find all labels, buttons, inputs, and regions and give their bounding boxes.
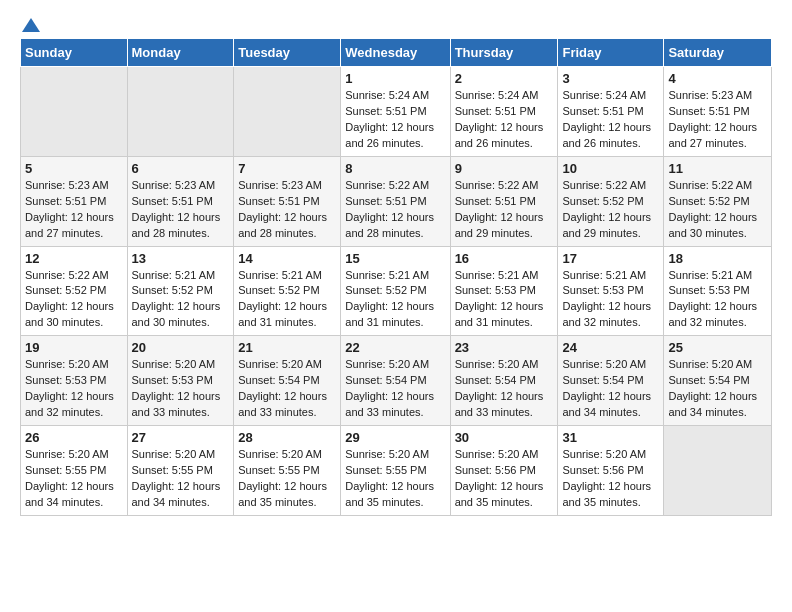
day-info: Sunrise: 5:21 AM Sunset: 5:52 PM Dayligh… (238, 268, 336, 332)
col-header-wednesday: Wednesday (341, 39, 450, 67)
day-info: Sunrise: 5:23 AM Sunset: 5:51 PM Dayligh… (25, 178, 123, 242)
calendar-cell: 5Sunrise: 5:23 AM Sunset: 5:51 PM Daylig… (21, 156, 128, 246)
calendar-cell: 20Sunrise: 5:20 AM Sunset: 5:53 PM Dayli… (127, 336, 234, 426)
day-info: Sunrise: 5:23 AM Sunset: 5:51 PM Dayligh… (132, 178, 230, 242)
calendar-cell (664, 426, 772, 516)
day-info: Sunrise: 5:22 AM Sunset: 5:52 PM Dayligh… (668, 178, 767, 242)
day-info: Sunrise: 5:21 AM Sunset: 5:52 PM Dayligh… (132, 268, 230, 332)
calendar-cell: 11Sunrise: 5:22 AM Sunset: 5:52 PM Dayli… (664, 156, 772, 246)
calendar-cell: 31Sunrise: 5:20 AM Sunset: 5:56 PM Dayli… (558, 426, 664, 516)
header-row: SundayMondayTuesdayWednesdayThursdayFrid… (21, 39, 772, 67)
page: SundayMondayTuesdayWednesdayThursdayFrid… (0, 0, 792, 532)
week-row-4: 26Sunrise: 5:20 AM Sunset: 5:55 PM Dayli… (21, 426, 772, 516)
week-row-1: 5Sunrise: 5:23 AM Sunset: 5:51 PM Daylig… (21, 156, 772, 246)
calendar-cell (127, 67, 234, 157)
day-info: Sunrise: 5:20 AM Sunset: 5:53 PM Dayligh… (25, 357, 123, 421)
day-info: Sunrise: 5:22 AM Sunset: 5:51 PM Dayligh… (455, 178, 554, 242)
day-info: Sunrise: 5:23 AM Sunset: 5:51 PM Dayligh… (668, 88, 767, 152)
day-number: 16 (455, 251, 554, 266)
calendar-cell: 23Sunrise: 5:20 AM Sunset: 5:54 PM Dayli… (450, 336, 558, 426)
day-number: 27 (132, 430, 230, 445)
calendar-cell: 9Sunrise: 5:22 AM Sunset: 5:51 PM Daylig… (450, 156, 558, 246)
calendar-cell: 8Sunrise: 5:22 AM Sunset: 5:51 PM Daylig… (341, 156, 450, 246)
day-number: 19 (25, 340, 123, 355)
day-info: Sunrise: 5:20 AM Sunset: 5:55 PM Dayligh… (238, 447, 336, 511)
day-info: Sunrise: 5:20 AM Sunset: 5:54 PM Dayligh… (238, 357, 336, 421)
day-number: 5 (25, 161, 123, 176)
day-info: Sunrise: 5:20 AM Sunset: 5:54 PM Dayligh… (562, 357, 659, 421)
day-info: Sunrise: 5:22 AM Sunset: 5:51 PM Dayligh… (345, 178, 445, 242)
day-number: 24 (562, 340, 659, 355)
calendar-cell: 3Sunrise: 5:24 AM Sunset: 5:51 PM Daylig… (558, 67, 664, 157)
calendar-cell: 30Sunrise: 5:20 AM Sunset: 5:56 PM Dayli… (450, 426, 558, 516)
day-info: Sunrise: 5:21 AM Sunset: 5:52 PM Dayligh… (345, 268, 445, 332)
col-header-tuesday: Tuesday (234, 39, 341, 67)
calendar-cell: 29Sunrise: 5:20 AM Sunset: 5:55 PM Dayli… (341, 426, 450, 516)
calendar-cell: 10Sunrise: 5:22 AM Sunset: 5:52 PM Dayli… (558, 156, 664, 246)
calendar-cell: 2Sunrise: 5:24 AM Sunset: 5:51 PM Daylig… (450, 67, 558, 157)
day-number: 12 (25, 251, 123, 266)
svg-marker-0 (22, 18, 40, 32)
calendar-cell (234, 67, 341, 157)
calendar-cell: 6Sunrise: 5:23 AM Sunset: 5:51 PM Daylig… (127, 156, 234, 246)
day-number: 25 (668, 340, 767, 355)
day-number: 14 (238, 251, 336, 266)
day-number: 13 (132, 251, 230, 266)
day-number: 26 (25, 430, 123, 445)
day-info: Sunrise: 5:22 AM Sunset: 5:52 PM Dayligh… (562, 178, 659, 242)
day-info: Sunrise: 5:23 AM Sunset: 5:51 PM Dayligh… (238, 178, 336, 242)
day-info: Sunrise: 5:24 AM Sunset: 5:51 PM Dayligh… (345, 88, 445, 152)
calendar-cell: 26Sunrise: 5:20 AM Sunset: 5:55 PM Dayli… (21, 426, 128, 516)
col-header-sunday: Sunday (21, 39, 128, 67)
day-number: 3 (562, 71, 659, 86)
calendar-cell: 27Sunrise: 5:20 AM Sunset: 5:55 PM Dayli… (127, 426, 234, 516)
day-info: Sunrise: 5:21 AM Sunset: 5:53 PM Dayligh… (455, 268, 554, 332)
calendar-cell: 19Sunrise: 5:20 AM Sunset: 5:53 PM Dayli… (21, 336, 128, 426)
day-info: Sunrise: 5:20 AM Sunset: 5:53 PM Dayligh… (132, 357, 230, 421)
day-number: 10 (562, 161, 659, 176)
day-info: Sunrise: 5:20 AM Sunset: 5:55 PM Dayligh… (345, 447, 445, 511)
calendar-cell: 7Sunrise: 5:23 AM Sunset: 5:51 PM Daylig… (234, 156, 341, 246)
day-info: Sunrise: 5:20 AM Sunset: 5:54 PM Dayligh… (668, 357, 767, 421)
calendar-cell: 22Sunrise: 5:20 AM Sunset: 5:54 PM Dayli… (341, 336, 450, 426)
day-number: 29 (345, 430, 445, 445)
week-row-0: 1Sunrise: 5:24 AM Sunset: 5:51 PM Daylig… (21, 67, 772, 157)
day-info: Sunrise: 5:24 AM Sunset: 5:51 PM Dayligh… (455, 88, 554, 152)
day-number: 8 (345, 161, 445, 176)
day-info: Sunrise: 5:20 AM Sunset: 5:56 PM Dayligh… (562, 447, 659, 511)
header (20, 16, 772, 32)
day-number: 17 (562, 251, 659, 266)
calendar-cell: 4Sunrise: 5:23 AM Sunset: 5:51 PM Daylig… (664, 67, 772, 157)
logo (20, 16, 40, 32)
day-info: Sunrise: 5:20 AM Sunset: 5:56 PM Dayligh… (455, 447, 554, 511)
week-row-3: 19Sunrise: 5:20 AM Sunset: 5:53 PM Dayli… (21, 336, 772, 426)
calendar-cell: 28Sunrise: 5:20 AM Sunset: 5:55 PM Dayli… (234, 426, 341, 516)
day-number: 11 (668, 161, 767, 176)
col-header-friday: Friday (558, 39, 664, 67)
day-number: 31 (562, 430, 659, 445)
calendar-cell (21, 67, 128, 157)
day-number: 2 (455, 71, 554, 86)
day-number: 22 (345, 340, 445, 355)
day-info: Sunrise: 5:20 AM Sunset: 5:54 PM Dayligh… (345, 357, 445, 421)
week-row-2: 12Sunrise: 5:22 AM Sunset: 5:52 PM Dayli… (21, 246, 772, 336)
calendar-cell: 13Sunrise: 5:21 AM Sunset: 5:52 PM Dayli… (127, 246, 234, 336)
day-number: 20 (132, 340, 230, 355)
calendar-cell: 24Sunrise: 5:20 AM Sunset: 5:54 PM Dayli… (558, 336, 664, 426)
calendar-cell: 17Sunrise: 5:21 AM Sunset: 5:53 PM Dayli… (558, 246, 664, 336)
day-number: 28 (238, 430, 336, 445)
logo-icon (22, 16, 40, 34)
day-number: 15 (345, 251, 445, 266)
day-info: Sunrise: 5:20 AM Sunset: 5:55 PM Dayligh… (25, 447, 123, 511)
calendar-table: SundayMondayTuesdayWednesdayThursdayFrid… (20, 38, 772, 516)
calendar-cell: 12Sunrise: 5:22 AM Sunset: 5:52 PM Dayli… (21, 246, 128, 336)
calendar-cell: 25Sunrise: 5:20 AM Sunset: 5:54 PM Dayli… (664, 336, 772, 426)
day-number: 6 (132, 161, 230, 176)
day-info: Sunrise: 5:20 AM Sunset: 5:55 PM Dayligh… (132, 447, 230, 511)
day-number: 1 (345, 71, 445, 86)
day-number: 23 (455, 340, 554, 355)
day-number: 21 (238, 340, 336, 355)
calendar-cell: 14Sunrise: 5:21 AM Sunset: 5:52 PM Dayli… (234, 246, 341, 336)
day-number: 9 (455, 161, 554, 176)
col-header-thursday: Thursday (450, 39, 558, 67)
